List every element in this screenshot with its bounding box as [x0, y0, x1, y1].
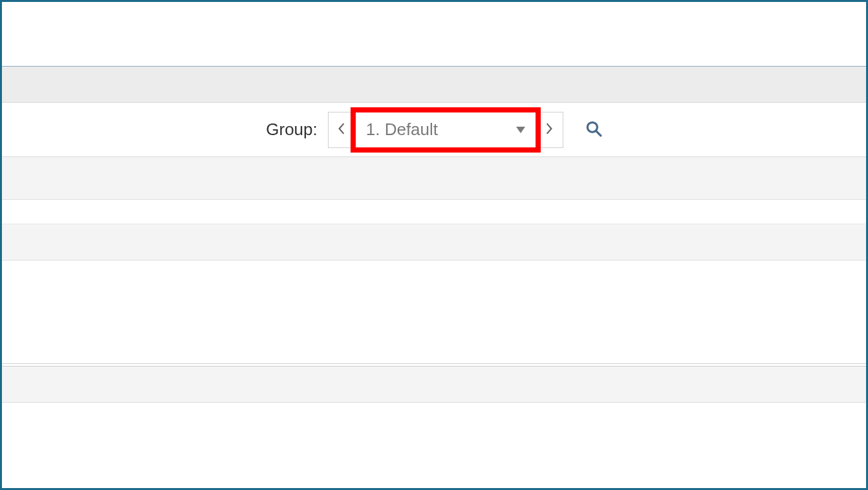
content-gap-1 [2, 200, 866, 224]
group-stepper: 1. Default [328, 112, 563, 148]
svg-line-1 [596, 131, 601, 136]
content-area [2, 261, 866, 364]
chevron-right-icon [545, 123, 554, 137]
group-select[interactable]: 1. Default [355, 112, 536, 148]
content-band-2 [2, 224, 866, 261]
group-label: Group: [266, 120, 318, 140]
title-area [2, 2, 866, 67]
group-prev-button[interactable] [328, 112, 355, 148]
content-band-3 [2, 367, 866, 403]
search-icon [585, 120, 602, 140]
app-frame: Group: 1. Default [0, 0, 868, 490]
group-selector-row: Group: 1. Default [2, 103, 866, 157]
header-band [2, 67, 866, 103]
chevron-left-icon [337, 123, 346, 137]
content-band-1 [2, 157, 866, 200]
group-select-value: 1. Default [366, 120, 438, 140]
group-next-button[interactable] [536, 112, 563, 148]
chevron-down-icon [516, 127, 525, 133]
search-button[interactable] [585, 120, 602, 140]
